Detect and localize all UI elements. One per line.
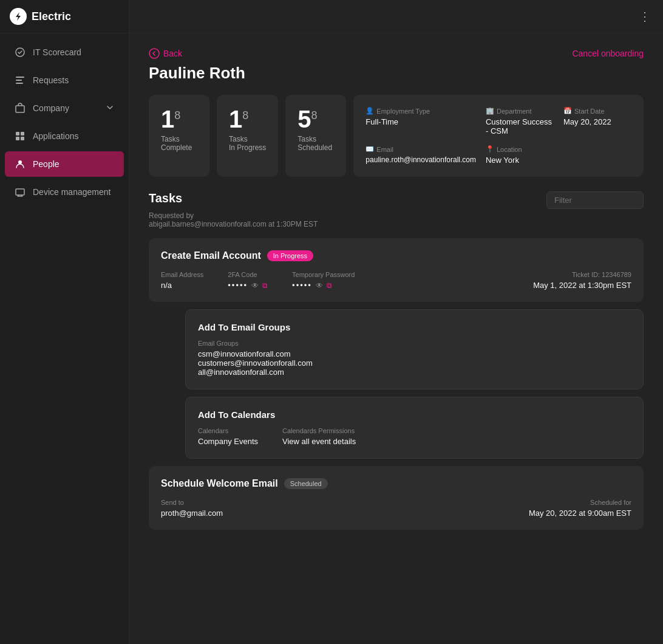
send-to-field: Send to proth@gmail.com — [161, 499, 223, 518]
send-to-label: Send to — [161, 499, 223, 506]
email-address-field: Email Address n/a — [161, 271, 203, 290]
email-group-3: all@innovationforall.com — [198, 368, 631, 377]
profile-name: Pauline Roth — [149, 64, 644, 83]
sub-task-title: Add To Email Groups — [198, 322, 631, 332]
employment-type-field: 👤 Employment Type Full-Time — [365, 107, 476, 135]
stat-card-tasks-in-progress: 18 Tasks In Progress — [217, 95, 278, 177]
people-icon — [15, 159, 25, 170]
tasks-section-header: Tasks — [149, 191, 644, 209]
sub-task-card-add-to-calendars: Add To Calendars Calendars Company Event… — [185, 397, 644, 459]
svg-rect-3 — [16, 80, 22, 81]
stat-label: Tasks Complete — [161, 135, 197, 152]
start-date-label: 📅 Start Date — [563, 107, 631, 115]
stat-number: 58 — [298, 107, 334, 131]
stat-label: Tasks In Progress — [229, 135, 266, 152]
email-address-value: n/a — [161, 281, 203, 290]
sidebar-item-people[interactable]: People — [5, 151, 124, 177]
main-content: ⋮ Back Cancel onboarding Pauline Roth 18… — [129, 0, 663, 644]
start-date-field: 📅 Start Date May 20, 2022 — [563, 107, 631, 135]
email-groups-label: Email Groups — [198, 340, 631, 347]
requests-icon — [15, 75, 25, 86]
2fa-code-label: 2FA Code — [228, 271, 268, 278]
status-badge-scheduled: Scheduled — [284, 478, 328, 489]
sub-task-title: Add To Calendars — [198, 409, 631, 420]
building-icon: 🏢 — [486, 107, 494, 115]
svg-rect-2 — [16, 77, 24, 78]
sidebar-item-it-scorecard[interactable]: IT Scorecard — [5, 39, 124, 65]
department-value: Customer Success - CSM — [486, 117, 554, 135]
task-title: Schedule Welcome Email — [161, 478, 278, 489]
page-header: Back Cancel onboarding — [149, 48, 644, 59]
2fa-dots: ••••• — [228, 281, 248, 290]
email-field: ✉️ Email pauline.roth@innovationforall.c… — [365, 145, 476, 165]
back-button[interactable]: Back — [149, 48, 182, 59]
task-card-schedule-welcome-email: Schedule Welcome Email Scheduled Send to… — [149, 466, 644, 530]
sidebar-item-label: Applications — [33, 131, 114, 141]
task-card-header: Schedule Welcome Email Scheduled — [161, 478, 631, 489]
sidebar-item-label: Device management — [33, 187, 114, 197]
calendars-label: Calendars — [198, 427, 258, 434]
svg-rect-11 — [16, 189, 24, 195]
cancel-onboarding-button[interactable]: Cancel onboarding — [572, 49, 644, 58]
sidebar-nav: IT Scorecard Requests Company Applicatio… — [0, 33, 129, 644]
requested-by: Requested by abigail.barnes@innovationfo… — [149, 211, 644, 228]
sidebar-item-company[interactable]: Company — [5, 95, 124, 121]
svg-rect-6 — [16, 132, 19, 135]
sidebar-item-device-management[interactable]: Device management — [5, 179, 124, 205]
scheduled-for-label: Scheduled for — [529, 499, 631, 506]
svg-rect-4 — [16, 83, 23, 84]
email-group-2: customers@innovationforall.com — [198, 358, 631, 368]
stat-number: 18 — [161, 107, 197, 131]
device-icon — [15, 187, 25, 197]
sidebar: Electric IT Scorecard Requests Company — [0, 0, 129, 644]
sub-task-card-add-to-email-groups: Add To Email Groups Email Groups csm@inn… — [185, 309, 644, 389]
content-area: Back Cancel onboarding Pauline Roth 18 T… — [129, 33, 663, 644]
svg-rect-8 — [16, 137, 19, 140]
svg-rect-5 — [16, 106, 24, 112]
email-icon: ✉️ — [365, 145, 374, 153]
tasks-title: Tasks — [149, 191, 182, 205]
pin-icon: 📍 — [486, 145, 494, 153]
send-to-value: proth@gmail.com — [161, 509, 223, 518]
sidebar-item-label: People — [33, 159, 114, 169]
sidebar-item-label: Requests — [33, 75, 114, 85]
temp-password-value: ••••• 👁 ⧉ — [292, 281, 355, 290]
status-badge-inprogress: In Progress — [267, 250, 313, 261]
password-dots: ••••• — [292, 281, 312, 290]
svg-point-10 — [18, 160, 22, 164]
task-card-header: Create Email Account In Progress — [161, 250, 631, 261]
sidebar-item-requests[interactable]: Requests — [5, 67, 124, 93]
task-fields: Send to proth@gmail.com — [161, 499, 223, 518]
stats-row: 18 Tasks Complete 18 Tasks In Progress — [149, 95, 644, 177]
location-value: New York — [486, 156, 554, 165]
calendar-icon: 📅 — [563, 107, 572, 115]
menu-icon[interactable]: ⋮ — [639, 9, 651, 24]
sidebar-item-label: Company — [33, 103, 98, 113]
ticket-date-value: May 1, 2022 at 1:30pm EST — [533, 281, 631, 290]
stat-number: 18 — [229, 107, 266, 131]
tasks-title-block: Tasks — [149, 191, 182, 205]
employment-type-label: 👤 Employment Type — [365, 107, 476, 115]
email-group-1: csm@innovationforall.com — [198, 349, 631, 358]
department-label: 🏢 Department — [486, 107, 554, 115]
copy-icon[interactable]: ⧉ — [327, 281, 332, 290]
eye-icon[interactable]: 👁 — [316, 281, 323, 290]
eye-icon[interactable]: 👁 — [251, 281, 259, 290]
sidebar-item-applications[interactable]: Applications — [5, 123, 124, 149]
app-name: Electric — [32, 10, 71, 23]
filter-input[interactable] — [546, 191, 644, 209]
chevron-down-icon — [106, 103, 114, 114]
stat-card-tasks-scheduled: 58 Tasks Scheduled — [285, 95, 346, 177]
permissions-field: Calendards Permissions View all event de… — [282, 427, 356, 446]
copy-icon[interactable]: ⧉ — [262, 281, 268, 290]
person-icon: 👤 — [365, 107, 374, 115]
temp-password-label: Temporary Password — [292, 271, 355, 278]
company-icon — [15, 103, 25, 114]
svg-point-12 — [149, 49, 159, 58]
svg-rect-9 — [21, 137, 24, 140]
department-field: 🏢 Department Customer Success - CSM — [486, 107, 554, 135]
calendars-field: Calendars Company Events — [198, 427, 258, 446]
email-label: ✉️ Email — [365, 145, 476, 153]
back-label: Back — [163, 49, 182, 58]
2fa-code-field: 2FA Code ••••• 👁 ⧉ — [228, 271, 268, 290]
